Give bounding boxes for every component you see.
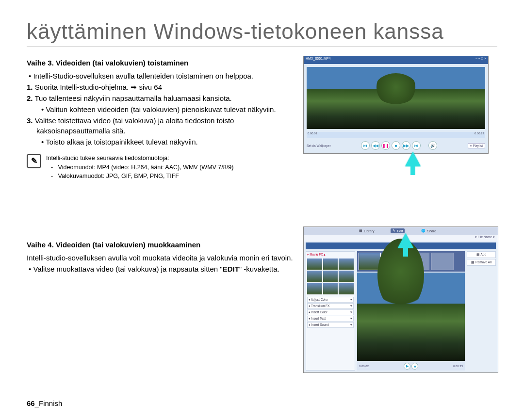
fx-thumb[interactable] <box>307 258 322 270</box>
step4-p2: Valitse muokattava video (tai valokuva) … <box>27 264 294 274</box>
step4-p1: Intelli-studio-sovelluksen avulla voit m… <box>27 253 294 263</box>
list-text: Suorita Intelli-studio-ohjelma. ➡ sivu 6… <box>35 83 162 91</box>
side-item[interactable]: ♦ Insert Sound▾ <box>307 322 354 328</box>
callout-arrow-icon <box>405 152 421 166</box>
remove-all-button[interactable]: ▦ Remove All <box>467 259 496 266</box>
page-sep: _ <box>35 399 39 407</box>
editor-sidebar: ♦ Movie FX ▴ <box>306 251 355 371</box>
tab-library[interactable]: ▦ Library <box>357 228 376 233</box>
list-number: 1. <box>27 83 33 91</box>
editor-preview <box>357 273 465 361</box>
text: " -kuvaketta. <box>239 265 279 273</box>
list-text: Valitse toistettava video (tai valokuva)… <box>35 116 234 135</box>
playlist-button[interactable]: ≡ Playlist <box>468 143 485 148</box>
player-timeline[interactable]: 0:00:01 0:00:23 <box>307 132 485 138</box>
fx-thumb[interactable] <box>339 283 354 294</box>
note-line: Valokuvamuodot: JPG, GIF, BMP, PNG, TIFF <box>46 172 233 181</box>
time-total: 0:00:23 <box>453 365 463 368</box>
video-tree-graphic <box>377 239 424 311</box>
time-elapsed: 0:00:01 <box>308 132 317 138</box>
step3-item3-sub: Toisto alkaa ja toistopainikkeet tulevat… <box>41 137 294 147</box>
fx-thumb[interactable] <box>307 283 322 294</box>
player-screenshot: HMX_0001.MP4 ≡ − □ × 0:00:01 0:00:23 Set… <box>303 56 489 154</box>
filename-dropdown[interactable]: ▾ File Name ▾ <box>475 235 495 241</box>
note-box: ✎ Intelli-studio tukee seuraavia tiedost… <box>27 154 294 181</box>
step3-item2: 2. Tuo tallenteesi näkyviin napsauttamal… <box>27 93 294 103</box>
fx-thumb[interactable] <box>323 271 338 282</box>
note-line: Intelli-studio tukee seuraavia tiedostom… <box>46 154 233 163</box>
screenshots-column: HMX_0001.MP4 ≡ − □ × 0:00:01 0:00:23 Set… <box>303 56 497 373</box>
side-item[interactable]: ♦ Transition FX▾ <box>307 303 354 309</box>
step3-item3: 3. Valitse toistettava video (tai valoku… <box>27 115 294 136</box>
clip-thumb[interactable] <box>431 253 454 270</box>
fx-thumb[interactable] <box>323 283 338 294</box>
step3-item2-sub: Valitun kohteen videoiden (tai valokuvie… <box>41 104 294 114</box>
edit-bold: EDIT <box>223 265 239 273</box>
volume-button[interactable]: 🔊 <box>428 141 437 150</box>
page-number: 66 <box>27 399 35 407</box>
video-tree-graphic <box>375 73 417 104</box>
stop-button[interactable]: ■ <box>411 363 418 370</box>
editor-timeline[interactable]: 0:00:02 ▶ ■ 0:00:23 <box>357 362 465 371</box>
play-button[interactable]: ▶ <box>404 363 410 370</box>
step4-heading: Vaihe 4. Videoiden (tai valokuvien) muok… <box>27 240 294 250</box>
list-number: 3. <box>27 116 33 125</box>
text: Valitse muokattava video (tai valokuva) … <box>33 265 222 273</box>
player-filename: HMX_0001.MP4 <box>306 57 330 64</box>
forward-button[interactable]: ▶▶ <box>402 141 410 150</box>
tab-edit[interactable]: ✎ Edit <box>391 228 405 233</box>
window-controls-icon: ≡ − □ × <box>475 57 486 64</box>
side-item[interactable]: ♦ Adjust Color▾ <box>307 297 354 303</box>
editor-screenshot: ▦ Library ✎ Edit 🌐 Share ▾ File Name ▾ ♦… <box>303 226 498 373</box>
callout-arrow-tail <box>410 165 415 175</box>
add-button[interactable]: ▦ Add <box>467 251 496 258</box>
player-titlebar: HMX_0001.MP4 ≡ − □ × <box>304 56 488 64</box>
tab-share[interactable]: 🌐 Share <box>419 228 438 233</box>
prev-button[interactable]: ⏮ <box>361 141 370 150</box>
step3-intro: Intelli-Studio-sovelluksen avulla tallen… <box>27 71 294 81</box>
list-text: Tuo tallenteesi näkyviin napsauttamalla … <box>34 94 231 102</box>
callout-arrow-icon <box>398 233 413 248</box>
time-total: 0:00:23 <box>475 132 484 138</box>
time-elapsed: 0:00:02 <box>359 365 369 368</box>
page-footer: 66_Finnish <box>27 399 62 407</box>
main-text-column: Vaihe 3. Videoiden (tai valokuvien) tois… <box>27 56 294 373</box>
next-button[interactable]: ⏭ <box>412 141 421 150</box>
page-lang: Finnish <box>39 399 62 407</box>
note-icon: ✎ <box>27 154 41 168</box>
fx-thumb[interactable] <box>307 271 322 282</box>
fx-thumb[interactable] <box>339 271 354 282</box>
callout-arrow-tail <box>403 247 408 257</box>
fx-thumb[interactable] <box>323 258 338 270</box>
step3-heading: Vaihe 3. Videoiden (tai valokuvien) tois… <box>27 58 294 68</box>
rewind-button[interactable]: ◀◀ <box>371 141 380 150</box>
page-title: käyttäminen Windows-tietokoneen kanssa <box>27 19 497 47</box>
note-line: Videomuodot: MP4 (video: H.264, ääni: AA… <box>46 163 233 172</box>
player-video-area <box>307 67 485 129</box>
step3-item1: 1. Suorita Intelli-studio-ohjelma. ➡ siv… <box>27 82 294 92</box>
movie-fx-label: ♦ Movie FX ▴ <box>306 252 355 258</box>
pause-button[interactable]: ❚❚ <box>381 141 390 150</box>
stop-button[interactable]: ■ <box>392 141 400 150</box>
side-item[interactable]: ♦ Insert Text▾ <box>307 316 354 322</box>
side-item[interactable]: ♦ Insert Color▾ <box>307 309 354 315</box>
wallpaper-button[interactable]: Set As Wallpaper <box>307 144 331 147</box>
fx-thumb[interactable] <box>339 258 354 270</box>
list-number: 2. <box>27 94 33 102</box>
